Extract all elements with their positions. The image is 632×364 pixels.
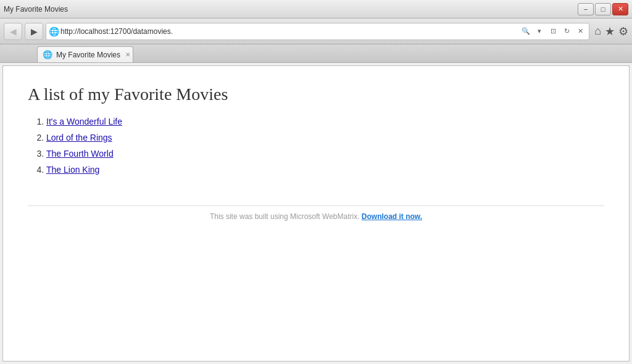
forward-button[interactable]: ▶: [25, 23, 43, 40]
movie-link-2[interactable]: Lord of the Rings: [46, 133, 112, 143]
movie-list: It's a Wonderful LifeLord of the RingsTh…: [28, 117, 604, 181]
footer-link[interactable]: Download it now.: [362, 212, 422, 221]
page-heading: A list of my Favorite Movies: [28, 85, 604, 104]
tab-ie-icon: 🌐: [43, 50, 52, 59]
back-icon: ◀: [10, 27, 17, 36]
list-item: Lord of the Rings: [46, 133, 604, 143]
tab-label: My Favorite Movies: [56, 51, 120, 59]
stop-icon[interactable]: ✕: [574, 25, 586, 38]
list-item: The Fourth World: [46, 149, 604, 159]
nav-icons: ⌂ ★ ⚙: [594, 25, 628, 38]
title-bar-controls: − □ ✕: [578, 3, 628, 15]
maximize-button[interactable]: □: [595, 3, 611, 15]
tabs-bar: 🌐 My Favorite Movies ✕: [0, 44, 632, 63]
back-button[interactable]: ◀: [4, 23, 22, 40]
divider: [28, 205, 604, 206]
address-ie-icon: 🌐: [49, 27, 59, 36]
list-item: It's a Wonderful Life: [46, 117, 604, 126]
home-icon[interactable]: ⌂: [594, 25, 601, 38]
close-button[interactable]: ✕: [612, 3, 628, 15]
footer-text: This site was built using Microsoft WebM…: [28, 212, 604, 221]
active-tab[interactable]: 🌐 My Favorite Movies ✕: [37, 46, 133, 62]
movie-link-1[interactable]: It's a Wonderful Life: [46, 117, 122, 126]
movie-link-3[interactable]: The Fourth World: [46, 149, 114, 159]
address-search-icon[interactable]: 🔍: [520, 25, 532, 38]
nav-bar: ◀ ▶ 🌐 🔍 ▾ ⊡ ↻ ✕ ⌂ ★ ⚙: [0, 19, 632, 44]
refresh-icon[interactable]: ↻: [560, 25, 573, 38]
minimize-button[interactable]: −: [578, 3, 594, 15]
title-bar: My Favorite Movies − □ ✕: [0, 0, 632, 19]
title-bar-title: My Favorite Movies: [4, 5, 68, 14]
address-dropdown-icon[interactable]: ▾: [533, 25, 546, 38]
list-item: The Lion King: [46, 165, 604, 175]
tools-icon[interactable]: ⚙: [618, 25, 628, 38]
address-bar: 🌐 🔍 ▾ ⊡ ↻ ✕: [46, 23, 589, 40]
footer-static-text: This site was built using Microsoft WebM…: [210, 212, 360, 221]
address-input[interactable]: [60, 27, 518, 36]
forward-icon: ▶: [31, 27, 38, 36]
movie-link-4[interactable]: The Lion King: [46, 165, 99, 175]
title-bar-left: My Favorite Movies: [4, 5, 68, 14]
tab-close-icon[interactable]: ✕: [125, 51, 130, 58]
browser-content: A list of my Favorite Movies It's a Wond…: [0, 63, 632, 364]
compat-view-icon[interactable]: ⊡: [547, 25, 559, 38]
page-area: A list of my Favorite Movies It's a Wond…: [2, 65, 630, 362]
favorites-icon[interactable]: ★: [605, 25, 615, 38]
